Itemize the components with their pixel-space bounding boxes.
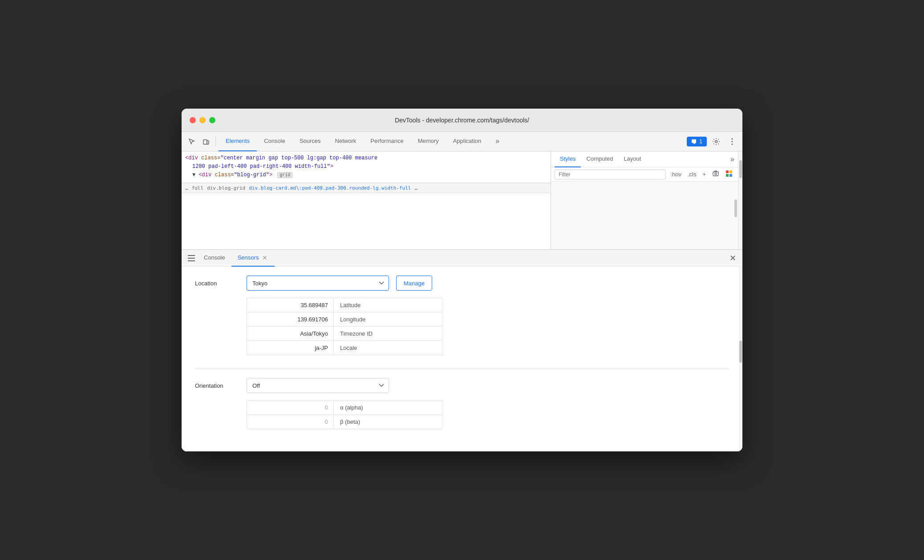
styles-toolbar: :hov .cls + — [551, 167, 738, 182]
location-latitude-row: 35.689487 Latitude — [247, 298, 442, 312]
content-scrollbar-thumb[interactable] — [739, 341, 742, 363]
main-tabs: Elements Console Sources Network Perform… — [219, 132, 686, 151]
screenshot-button[interactable] — [710, 169, 721, 179]
drawer-tabs-bar: Console Sensors ✕ ✕ — [182, 250, 742, 267]
tab-sources[interactable]: Sources — [292, 132, 328, 151]
dom-line-3: ▼ <div class="blog-grid"> grid — [185, 171, 547, 179]
titlebar: DevTools - developer.chrome.com/tags/dev… — [182, 109, 742, 132]
timezone-value: Asia/Tokyo — [247, 327, 334, 341]
alpha-key: α (alpha) — [334, 401, 442, 414]
svg-rect-2 — [692, 139, 696, 143]
breadcrumb-item-blog-card[interactable]: div.blog-card.md\:pad-400.pad-300.rounde… — [249, 185, 411, 191]
location-locale-row: ja-JP Locale — [247, 341, 442, 355]
longitude-key: Longitude — [334, 312, 442, 326]
tab-console[interactable]: Console — [257, 132, 292, 151]
svg-marker-3 — [693, 143, 696, 144]
tab-network[interactable]: Network — [328, 132, 364, 151]
scrollbar-thumb[interactable] — [739, 160, 742, 178]
timezone-key: Timezone ID — [334, 327, 442, 341]
breadcrumb-item-blog-grid[interactable]: div.blog-grid — [207, 185, 245, 191]
svg-rect-16 — [188, 260, 195, 261]
orientation-beta-row: 0 β (beta) — [247, 415, 442, 429]
hov-button[interactable]: :hov — [669, 170, 683, 179]
breadcrumb-more-start[interactable]: … — [185, 185, 188, 191]
styles-panel: Styles Computed Layout » :hov .cls + — [551, 151, 738, 249]
inspect-element-button[interactable] — [185, 135, 199, 148]
orientation-row: Orientation Off Portrait Primary Landsca… — [195, 378, 729, 393]
add-style-button[interactable]: + — [701, 170, 708, 179]
drawer-tab-console[interactable]: Console — [198, 250, 231, 267]
alpha-value: 0 — [247, 401, 334, 414]
dom-line-2: 1280 pad-left-400 pad-right-400 width-fu… — [185, 162, 547, 171]
sensors-content: Location Tokyo Berlin London Custom loca… — [182, 267, 742, 451]
tab-memory[interactable]: Memory — [411, 132, 446, 151]
drawer-menu-button[interactable] — [185, 252, 198, 264]
svg-rect-11 — [729, 170, 732, 173]
styles-tabs: Styles Computed Layout » — [551, 151, 738, 167]
bottom-drawer: Console Sensors ✕ ✕ Location Tokyo Berli — [182, 249, 742, 451]
breadcrumb-item-full[interactable]: full — [192, 185, 204, 191]
location-label: Location — [195, 280, 239, 287]
breadcrumb: … full div.blog-grid div.blog-card.md\:p… — [182, 183, 551, 193]
location-select[interactable]: Tokyo Berlin London Custom location... — [247, 276, 389, 291]
svg-rect-15 — [188, 258, 195, 259]
svg-rect-0 — [203, 140, 207, 144]
settings-button[interactable] — [709, 135, 723, 148]
window-controls — [190, 117, 215, 123]
dom-line-1: <div class="center margin gap top-500 lg… — [185, 154, 547, 162]
cls-button[interactable]: .cls — [686, 170, 698, 179]
orientation-table: 0 α (alpha) 0 β (beta) — [247, 400, 442, 429]
device-mode-button[interactable] — [199, 135, 213, 148]
tab-computed[interactable]: Computed — [581, 151, 618, 167]
location-section: Location Tokyo Berlin London Custom loca… — [195, 276, 729, 355]
locale-value: ja-JP — [247, 341, 334, 355]
beta-value: 0 — [247, 415, 334, 429]
orientation-section: Orientation Off Portrait Primary Landsca… — [195, 378, 729, 429]
svg-point-7 — [732, 143, 733, 145]
notification-button[interactable]: 1 — [687, 137, 707, 146]
tab-styles[interactable]: Styles — [555, 151, 581, 167]
dom-badge-grid: grid — [277, 172, 292, 178]
devtools-container: Elements Console Sources Network Perform… — [182, 132, 742, 451]
maximize-button[interactable] — [209, 117, 215, 123]
sensors-tab-close[interactable]: ✕ — [261, 254, 268, 261]
svg-rect-1 — [207, 141, 209, 144]
minimize-button[interactable] — [199, 117, 206, 123]
svg-point-4 — [715, 140, 717, 142]
separator — [215, 136, 216, 147]
drawer-close-button[interactable]: ✕ — [726, 252, 739, 264]
latitude-key: Latitude — [334, 298, 442, 312]
latitude-value: 35.689487 — [247, 298, 334, 312]
orientation-alpha-row: 0 α (alpha) — [247, 401, 442, 415]
tab-application[interactable]: Application — [446, 132, 489, 151]
close-button[interactable] — [190, 117, 196, 123]
svg-point-6 — [732, 141, 733, 142]
content-scrollbar — [739, 267, 742, 451]
svg-rect-12 — [726, 174, 729, 177]
section-divider — [195, 369, 729, 369]
devtools-window: DevTools - developer.chrome.com/tags/dev… — [182, 109, 742, 451]
more-options-button[interactable] — [725, 135, 739, 148]
styles-more-tabs-button[interactable]: » — [730, 155, 734, 163]
dom-tree: <div class="center margin gap top-500 lg… — [182, 151, 551, 183]
tab-elements[interactable]: Elements — [219, 132, 257, 151]
drawer-tab-sensors[interactable]: Sensors ✕ — [231, 250, 275, 267]
tab-more[interactable]: » — [488, 132, 507, 151]
location-timezone-row: Asia/Tokyo Timezone ID — [247, 327, 442, 341]
toolbar-right: 1 — [687, 135, 739, 148]
svg-point-9 — [715, 173, 717, 175]
manage-button[interactable]: Manage — [396, 276, 432, 291]
tab-layout[interactable]: Layout — [618, 151, 646, 167]
orientation-select[interactable]: Off Portrait Primary Landscape Primary — [247, 378, 389, 393]
svg-rect-8 — [713, 172, 718, 176]
svg-rect-13 — [729, 174, 732, 177]
color-palette-button[interactable] — [724, 169, 734, 179]
beta-key: β (beta) — [334, 415, 442, 429]
tab-performance[interactable]: Performance — [363, 132, 410, 151]
elements-panel: <div class="center margin gap top-500 lg… — [182, 151, 551, 249]
styles-filter-input[interactable] — [555, 170, 666, 179]
longitude-value: 139.691706 — [247, 312, 334, 326]
devtools-toolbar: Elements Console Sources Network Perform… — [182, 132, 742, 151]
breadcrumb-more-end[interactable]: … — [414, 185, 417, 191]
svg-rect-14 — [188, 255, 195, 256]
